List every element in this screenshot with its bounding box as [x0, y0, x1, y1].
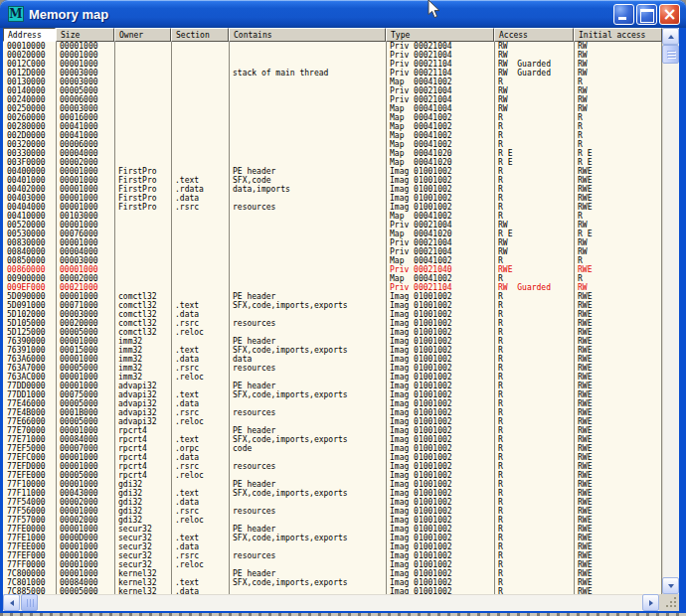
table-row[interactable]: 77E7000000001000rpcrt4PE headerImag 0100…: [3, 426, 662, 435]
cell-contains: [229, 149, 386, 158]
scroll-down-button[interactable]: [662, 577, 679, 594]
table-row[interactable]: 77F5400000002000gdi32.dataImag 01001002R…: [3, 498, 662, 507]
column-header-section[interactable]: Section: [171, 28, 229, 42]
table-row[interactable]: 77EFE00000005000rpcrt4.relocImag 0100100…: [3, 471, 662, 480]
table-row[interactable]: 77FF000000001000secur32.relocImag 010010…: [3, 560, 662, 569]
table-row[interactable]: 0052000000001000Priv 00021004RWRW: [3, 221, 662, 230]
table-row[interactable]: 0041000000103000Map 00041002RR: [3, 212, 662, 221]
table-row[interactable]: 77FE000000001000secur32PE headerImag 010…: [3, 525, 662, 534]
table-row[interactable]: 0040300000001000FirstPro.dataImag 010010…: [3, 194, 662, 203]
table-row[interactable]: 77E6600000005000advapi32.relocImag 01001…: [3, 417, 662, 426]
table-row[interactable]: 763AC00000001000imm32.relocImag 01001002…: [3, 373, 662, 382]
table-row[interactable]: 0013000000003000Map 00041002RR: [3, 77, 662, 86]
table-row[interactable]: 7C80100000084000kernel32.textSFX,code,im…: [3, 578, 662, 587]
titlebar[interactable]: M Memory map: [0, 0, 686, 28]
horizontal-scrollbar-thumb[interactable]: [21, 594, 38, 611]
vertical-scrollbar[interactable]: [662, 28, 679, 594]
table-row[interactable]: 0033000000004000Map 00041020R ER E: [3, 149, 662, 158]
cell-address: 763A6000: [3, 355, 56, 364]
scroll-right-button[interactable]: [642, 594, 659, 611]
close-button[interactable]: [659, 4, 680, 25]
table-row[interactable]: 77F5700000002000gdi32.relocImag 01001002…: [3, 516, 662, 525]
table-row[interactable]: 0040200000001000FirstPro.rdatadata,impor…: [3, 185, 662, 194]
cell-size: 00001000: [56, 60, 114, 69]
table-row[interactable]: 0012C00000001000Priv 00021104RW GuardedR…: [3, 60, 662, 69]
table-row[interactable]: 77FEE00000001000secur32.dataImag 0100100…: [3, 542, 662, 551]
table-row[interactable]: 77DD000000001000advapi32PE headerImag 01…: [3, 382, 662, 390]
table-row[interactable]: 0028000000041000Map 00041002RR: [3, 122, 662, 131]
scroll-up-button[interactable]: [662, 28, 679, 45]
table-row[interactable]: 0084000000004000Priv 00021004RWRW: [3, 247, 662, 256]
table-row[interactable]: 0083000000001000Priv 00021004RWRW: [3, 238, 662, 247]
table-row[interactable]: 5D12500000005000comctl32.relocImag 01001…: [3, 328, 662, 337]
table-row[interactable]: 0026000000016000Map 00041002RR: [3, 113, 662, 122]
table-row[interactable]: 7639100000015000imm32.textSFX,code,impor…: [3, 346, 662, 355]
table-row[interactable]: 0025000000003000Map 00041004RWRW: [3, 104, 662, 113]
cell-owner: FirstPro: [114, 185, 171, 194]
table-row[interactable]: 77F5600000001000gdi32.rsrcresourcesImag …: [3, 507, 662, 516]
table-row[interactable]: 0032000000006000Map 00041002RR: [3, 140, 662, 149]
table-row[interactable]: 0001000000001000Priv 00021004RWRW: [3, 42, 662, 51]
cell-initial: RW: [574, 42, 662, 51]
cell-owner: [114, 274, 171, 283]
table-row[interactable]: 009EF00000021000Priv 00021104RW GuardedR…: [3, 283, 662, 292]
table-row[interactable]: 0053000000076000Map 00041020R ER E: [3, 230, 662, 238]
table-row[interactable]: 0024000000006000Priv 00021004RWRW: [3, 95, 662, 104]
resize-grip[interactable]: [659, 594, 679, 611]
table-row[interactable]: 0086000000001000Priv 00021040RWERWE: [3, 265, 662, 274]
cell-initial: RWE: [574, 176, 662, 185]
cell-address: 00830000: [3, 238, 56, 247]
cell-access: R: [494, 542, 574, 551]
table-row[interactable]: 0040100000001000FirstPro.textSFX,codeIma…: [3, 176, 662, 185]
table-row[interactable]: 0090000000002000Map 00041002RR: [3, 274, 662, 283]
table-row[interactable]: 5D10500000020000comctl32.rsrcresourcesIm…: [3, 319, 662, 328]
table-row[interactable]: 0040000000001000FirstProPE headerImag 01…: [3, 167, 662, 176]
cell-address: 77FEF000: [3, 551, 56, 560]
table-row[interactable]: 5D09100000071000comctl32.textSFX,code,im…: [3, 301, 662, 310]
table-row[interactable]: 77E4600000005000advapi32.dataImag 010010…: [3, 399, 662, 408]
table-row[interactable]: 77EF500000007000rpcrt4.orpccodeImag 0100…: [3, 444, 662, 453]
horizontal-scrollbar[interactable]: [3, 594, 659, 611]
cell-address: 00530000: [3, 230, 56, 238]
table-row[interactable]: 77EFC00000001000rpcrt4.dataImag 01001002…: [3, 453, 662, 462]
column-header-owner[interactable]: Owner: [114, 28, 171, 42]
table-row[interactable]: 77EFD00000001000rpcrt4.rsrcresourcesImag…: [3, 462, 662, 471]
table-row[interactable]: 77FE10000000D000secur32.textSFX,code,imp…: [3, 534, 662, 542]
vertical-scrollbar-thumb[interactable]: [662, 45, 679, 64]
scroll-left-button[interactable]: [3, 594, 20, 611]
table-row[interactable]: 763A600000001000imm32.datadataImag 01001…: [3, 355, 662, 364]
column-header-contains[interactable]: Contains: [229, 28, 386, 42]
cell-contains: resources: [229, 319, 386, 328]
table-row[interactable]: 0040400000001000FirstPro.rsrcresourcesIm…: [3, 203, 662, 212]
table-row[interactable]: 77E4B0000001B000advapi32.rsrcresourcesIm…: [3, 408, 662, 417]
table-row[interactable]: 002D000000041000Map 00041002RR: [3, 131, 662, 140]
table-row[interactable]: 0002000000001000Priv 00021004RWRW: [3, 51, 662, 60]
column-header-type[interactable]: Type: [386, 28, 494, 42]
table-row[interactable]: 77DD100000075000advapi32.textSFX,code,im…: [3, 390, 662, 399]
table-row[interactable]: 763A700000005000imm32.rsrcresourcesImag …: [3, 364, 662, 373]
column-header-size[interactable]: Size: [56, 28, 114, 42]
cell-address: 00240000: [3, 95, 56, 104]
table-row[interactable]: 5D09000000001000comctl32PE headerImag 01…: [3, 292, 662, 301]
table-row[interactable]: 77E7100000084000rpcrt4.textSFX,code,impo…: [3, 435, 662, 444]
table-row[interactable]: 77F1100000043000gdi32.textSFX,code,impor…: [3, 489, 662, 498]
maximize-button[interactable]: [636, 4, 657, 25]
cell-section: .rsrc: [171, 203, 229, 212]
table-row[interactable]: 5D10200000003000comctl32.dataImag 010010…: [3, 310, 662, 319]
cell-initial: RW: [574, 247, 662, 256]
table-row[interactable]: 003F000000002000Map 00041020R ER E: [3, 158, 662, 167]
cell-size: 00005000: [56, 328, 114, 337]
table-row[interactable]: 77F1000000001000gdi32PE headerImag 01001…: [3, 480, 662, 489]
table-row[interactable]: 77FEF00000001000secur32.rsrcresourcesIma…: [3, 551, 662, 560]
column-header-initial-access[interactable]: Initial access: [574, 28, 662, 42]
cell-section: [171, 104, 229, 113]
minimize-button[interactable]: [613, 4, 634, 25]
table-row[interactable]: 7C80000000001000kernel32PE headerImag 01…: [3, 569, 662, 578]
table-row[interactable]: 0085000000003000Map 00041002RR: [3, 256, 662, 265]
column-header-address[interactable]: Address: [3, 28, 56, 42]
table-row[interactable]: 0014000000005000Priv 00021004RWRW: [3, 86, 662, 95]
table-row[interactable]: 7C88500000005000kernel32.dataImag 010010…: [3, 587, 662, 594]
table-row[interactable]: 0012D00000003000stack of main threadPriv…: [3, 69, 662, 77]
column-header-access[interactable]: Access: [494, 28, 574, 42]
table-row[interactable]: 7639000000001000imm32PE headerImag 01001…: [3, 337, 662, 346]
